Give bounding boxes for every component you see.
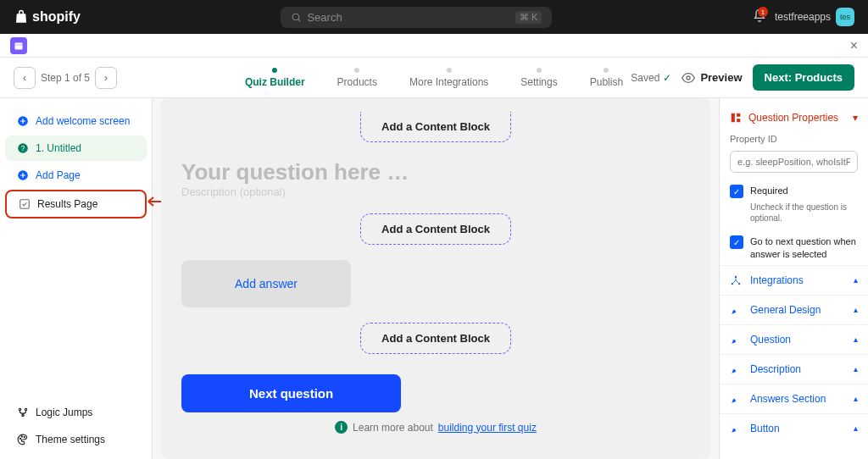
next-question-button[interactable]: Next question: [181, 374, 401, 412]
accordion-integrations[interactable]: Integrations ▴: [720, 265, 868, 295]
step-bar: ‹ Step 1 of 5 › Quiz Builder Products Mo…: [0, 58, 868, 98]
sidebar-question-1[interactable]: ? 1. Untitled: [5, 135, 147, 161]
panel-header[interactable]: Question Properties ▾: [720, 105, 868, 130]
sidebar-add-welcome[interactable]: Add welcome screen: [5, 108, 147, 134]
caret-up-icon: ▴: [854, 335, 858, 344]
next-products-button[interactable]: Next: Products: [753, 64, 854, 91]
notifications-button[interactable]: 1: [753, 8, 766, 25]
svg-point-17: [735, 276, 737, 278]
svg-point-18: [732, 283, 733, 285]
sidebar-item-label: Logic Jumps: [36, 406, 92, 418]
accordion-description[interactable]: Description ▴: [720, 354, 868, 384]
svg-rect-1: [15, 42, 23, 49]
brush-icon: [730, 363, 742, 375]
results-icon: [19, 198, 31, 210]
svg-point-12: [21, 436, 22, 437]
sidebar-results-page[interactable]: Results Page: [5, 190, 147, 218]
search-placeholder: Search: [307, 11, 342, 24]
shopify-logo: shopify: [14, 9, 81, 25]
palette-icon: [17, 434, 29, 445]
close-button[interactable]: ×: [850, 38, 858, 53]
accordion-general-design[interactable]: General Design ▴: [720, 295, 868, 324]
user-menu[interactable]: testfreeapps tes: [775, 8, 854, 26]
saved-status: Saved ✓: [631, 72, 671, 84]
sidebar-add-page[interactable]: Add Page: [5, 163, 147, 188]
svg-point-8: [19, 408, 20, 410]
svg-point-11: [20, 438, 21, 439]
left-sidebar: Add welcome screen ? 1. Untitled Add Pag…: [0, 98, 153, 459]
sidebar-item-label: Add welcome screen: [36, 115, 130, 127]
logic-icon: [17, 406, 29, 418]
tab-settings[interactable]: Settings: [520, 68, 557, 88]
tab-quiz-builder[interactable]: Quiz Builder: [245, 68, 305, 88]
svg-rect-14: [732, 113, 735, 123]
properties-icon: [730, 112, 742, 124]
tab-products[interactable]: Products: [337, 68, 377, 88]
search-icon: [291, 12, 302, 23]
brush-icon: [730, 393, 742, 405]
shopify-bag-icon: [14, 9, 29, 25]
learn-more-link[interactable]: building your first quiz: [438, 422, 537, 434]
accordion-question[interactable]: Question ▴: [720, 324, 868, 354]
sidebar-logic-jumps[interactable]: Logic Jumps: [5, 400, 147, 425]
avatar: tes: [836, 8, 854, 26]
svg-text:?: ?: [21, 145, 25, 152]
add-content-block-top[interactable]: Add a Content Block: [360, 112, 511, 142]
canvas: Add a Content Block Your question here ……: [161, 98, 710, 459]
property-id-input[interactable]: [730, 151, 858, 173]
accordion-answers-section[interactable]: Answers Section ▴: [720, 384, 868, 413]
sidebar-theme-settings[interactable]: Theme settings: [5, 427, 147, 452]
global-search[interactable]: Search ⌘ K: [281, 7, 552, 28]
sidebar-item-label: 1. Untitled: [36, 142, 81, 154]
learn-more: i Learn more about building your first q…: [181, 421, 690, 434]
required-checkbox[interactable]: ✓: [730, 185, 743, 198]
preview-button[interactable]: Preview: [682, 71, 742, 85]
question-description-placeholder[interactable]: Description (optional): [181, 185, 690, 198]
svg-rect-15: [737, 113, 740, 117]
eye-icon: [682, 71, 695, 85]
plus-icon: [17, 169, 29, 181]
username: testfreeapps: [775, 11, 831, 23]
plus-icon: [17, 115, 29, 127]
add-content-block-2[interactable]: Add a Content Block: [360, 323, 511, 354]
integrations-icon: [730, 274, 742, 286]
step-next-button[interactable]: ›: [95, 67, 117, 89]
sidebar-item-label: Results Page: [37, 198, 97, 210]
caret-up-icon: ▴: [854, 364, 858, 373]
step-label: Step 1 of 5: [41, 72, 90, 84]
tab-integrations[interactable]: More Integrations: [409, 68, 488, 88]
svg-rect-7: [20, 200, 30, 209]
caret-up-icon: ▴: [854, 394, 858, 403]
app-icon: [10, 37, 27, 54]
required-sublabel: Uncheck if the question is optional.: [720, 202, 868, 232]
svg-point-0: [293, 14, 300, 20]
properties-panel: Question Properties ▾ Property ID ✓ Requ…: [719, 98, 868, 459]
add-content-block-1[interactable]: Add a Content Block: [360, 213, 511, 245]
shopify-top-bar: shopify Search ⌘ K 1 testfreeapps tes: [0, 0, 868, 34]
goto-next-label: Go to next question when answer is selec…: [750, 235, 858, 262]
svg-point-13: [24, 437, 25, 438]
caret-up-icon: ▴: [854, 423, 858, 433]
brush-icon: [730, 304, 742, 316]
goto-next-checkbox[interactable]: ✓: [730, 235, 743, 249]
notif-badge: 1: [758, 7, 768, 17]
svg-point-2: [687, 76, 690, 80]
builder-tabs: Quiz Builder Products More Integrations …: [245, 68, 623, 88]
question-title-placeholder[interactable]: Your question here …: [181, 159, 690, 185]
tab-publish[interactable]: Publish: [590, 68, 623, 88]
step-prev-button[interactable]: ‹: [14, 67, 36, 89]
brush-icon: [730, 423, 742, 434]
app-header: ×: [0, 34, 868, 58]
add-answer-button[interactable]: Add answer: [181, 260, 351, 307]
property-id-label: Property ID: [720, 130, 868, 147]
question-icon: ?: [17, 142, 29, 154]
svg-point-19: [738, 283, 740, 285]
required-label: Required: [750, 185, 788, 197]
calendar-icon: [14, 41, 24, 51]
canvas-wrap: Add a Content Block Your question here ……: [153, 98, 719, 459]
sidebar-item-label: Add Page: [36, 169, 81, 181]
accordion-button[interactable]: Button ▴: [720, 413, 868, 443]
check-icon: ✓: [663, 72, 671, 84]
info-icon: i: [335, 421, 348, 434]
search-kbd: ⌘ K: [515, 11, 542, 24]
